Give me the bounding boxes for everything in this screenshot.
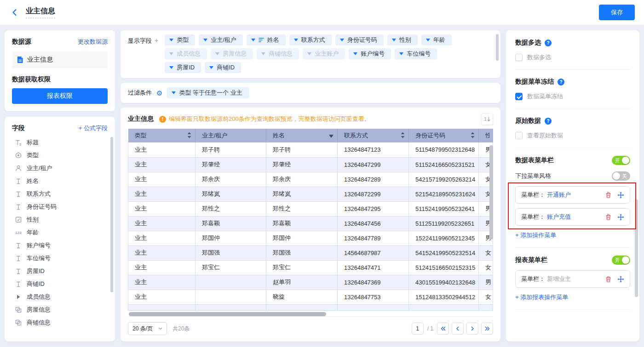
display-field-chip[interactable]: 车位编号	[395, 48, 437, 59]
first-page-button[interactable]	[437, 323, 449, 335]
move-icon[interactable]	[617, 276, 624, 283]
page-size-select[interactable]: 20 条/页	[128, 322, 167, 335]
trash-icon[interactable]	[605, 276, 612, 283]
table-row[interactable]: 业主赵单羽13264847369430155199402132648男	[128, 275, 493, 290]
display-field-chip[interactable]: 业主账户	[303, 48, 345, 59]
page-number-input[interactable]: 1	[412, 323, 424, 335]
table-row[interactable]: 业主郑宝仁郑宝仁13264847471512415166502152315女	[128, 260, 493, 275]
table-row[interactable]: 业主郑性之郑性之13264847295511524199505232641男	[128, 201, 493, 216]
table-row[interactable]: 业主郑嘉颖郑嘉颖13264847456511251199205232651男	[128, 216, 493, 231]
display-field-chip[interactable]: 业主/租户	[199, 34, 243, 46]
help-icon[interactable]: ?	[545, 40, 552, 46]
field-item[interactable]: 商铺ID	[12, 278, 108, 290]
table-horizontal-scrollbar[interactable]	[129, 312, 326, 316]
table-row[interactable]: 业主晓旋13264847753151248133502944512女	[128, 290, 493, 304]
table-row[interactable]: 业主郑肇经郑肇经13264847299511524166505231521女	[128, 157, 493, 172]
display-field-chip[interactable]: 类型	[165, 34, 195, 46]
display-field-chip[interactable]: 房屋信息	[211, 48, 253, 59]
column-header[interactable]: 性别	[479, 129, 493, 142]
column-header[interactable]: 姓名	[266, 129, 338, 142]
display-fields-scrollbar[interactable]	[496, 34, 499, 61]
display-field-chip[interactable]: 性别	[387, 34, 418, 46]
column-header[interactable]: 业主/租户	[196, 129, 266, 142]
field-item[interactable]: 类型	[12, 149, 108, 162]
display-field-chip[interactable]: 成员信息	[165, 48, 207, 59]
display-field-chip[interactable]: 联系方式	[289, 34, 332, 46]
divider	[515, 69, 630, 70]
menu-item[interactable]: 菜单栏：账户充值	[515, 208, 630, 226]
move-icon[interactable]	[617, 214, 624, 221]
table-vertical-scrollbar[interactable]	[489, 145, 493, 239]
field-item[interactable]: 商铺信息	[12, 316, 108, 329]
change-datasource-link[interactable]: 更改数据源	[78, 38, 108, 46]
move-icon[interactable]	[617, 192, 624, 199]
menu-item[interactable]: 菜单栏：新增业主	[515, 270, 630, 288]
display-field-chip[interactable]: 商铺信息	[257, 48, 299, 59]
table-row[interactable]: 业主郑余庆郑余庆13264847289542157199205263214女	[128, 172, 493, 187]
display-field-chip[interactable]: 年龄	[421, 34, 452, 46]
field-item[interactable]: 房屋ID	[12, 265, 108, 278]
multi-select-checkbox[interactable]	[515, 54, 523, 61]
help-icon[interactable]: ?	[545, 118, 552, 125]
column-header[interactable]: 联系方式	[338, 129, 409, 142]
report-permission-button[interactable]: 报表权限	[12, 88, 108, 104]
field-item[interactable]: 姓名	[12, 175, 108, 188]
last-page-button[interactable]	[481, 323, 493, 335]
display-field-chip[interactable]: 商铺ID	[205, 62, 241, 73]
double-chevron-right-icon	[485, 326, 490, 331]
toggle-knob	[622, 157, 629, 164]
menu-freeze-checkbox[interactable]	[515, 93, 523, 100]
left-sidebar: 数据源 更改数据源 业主信息 数据获取权限 报表权限 字段 + 公式字段 标题类…	[5, 30, 115, 341]
field-item[interactable]: 标题	[12, 136, 108, 149]
column-header[interactable]: 类型	[128, 129, 196, 142]
caret-right-icon	[15, 295, 22, 299]
field-item[interactable]: 性别	[12, 213, 108, 226]
column-header[interactable]: 身份证号码	[409, 129, 479, 142]
field-item[interactable]: 联系方式	[12, 188, 108, 200]
field-item[interactable]: 成员信息	[12, 290, 108, 303]
display-field-chip[interactable]: 身份证号码	[335, 34, 384, 46]
table-row[interactable]: 业主郑国强郑国强14564687987541524199505232514女	[128, 245, 493, 260]
trash-icon[interactable]	[605, 214, 612, 221]
field-item[interactable]: 账户编号	[12, 239, 108, 252]
gear-icon[interactable]: ⚙	[156, 90, 162, 97]
add-display-field-button[interactable]: +	[155, 37, 158, 73]
table-row[interactable]: 业主郑国仲郑国仲13264847789152241199605212345男	[128, 231, 493, 245]
column-header-label: 类型	[135, 131, 188, 140]
multi-select-checkbox-row[interactable]: 数据多选	[515, 53, 630, 62]
menu-freeze-checkbox-row[interactable]: 数据菜单冻结	[515, 92, 630, 101]
datasource-item[interactable]: 业主信息	[12, 51, 108, 68]
field-item[interactable]: 业主/租户	[12, 162, 108, 175]
sort-order-button[interactable]: 1	[481, 113, 493, 125]
prev-page-button[interactable]	[452, 323, 464, 335]
raw-data-checkbox[interactable]	[515, 132, 523, 139]
table-horizontal-scrollbar-track	[128, 312, 493, 316]
raw-data-checkbox-row[interactable]: 查看原始数据	[515, 131, 630, 140]
add-report-menu-link[interactable]: + 添加报表操作菜单	[515, 293, 568, 301]
back-button[interactable]	[9, 7, 20, 18]
menu-item-actions	[605, 214, 624, 221]
menu-item[interactable]: 菜单栏：开通账户	[515, 186, 630, 204]
table-row[interactable]: 业主郑绪岚郑绪岚13264872299521542189505231624女	[128, 187, 493, 201]
dropdown-style-toggle[interactable]: 关	[612, 171, 630, 181]
report-menu-toggle[interactable]: 开	[612, 256, 630, 265]
add-action-menu-link[interactable]: + 添加操作菜单	[515, 231, 556, 239]
fields-scrollbar[interactable]	[110, 137, 113, 292]
table-menu-toggle[interactable]: 开	[612, 156, 630, 165]
display-field-chip[interactable]: 姓名	[247, 34, 286, 46]
next-page-button[interactable]	[466, 323, 478, 335]
display-field-chip[interactable]: 账户编号	[349, 48, 391, 59]
help-icon[interactable]: ?	[558, 79, 564, 85]
field-item[interactable]: 身份证号码	[12, 200, 108, 213]
field-item[interactable]: 123年龄	[12, 226, 108, 239]
field-item-label: 类型	[27, 151, 39, 159]
field-item[interactable]: 车位编号	[12, 252, 108, 265]
field-item[interactable]: 房屋信息	[12, 303, 108, 316]
trash-icon[interactable]	[605, 192, 612, 199]
display-field-chip[interactable]: 房屋ID	[165, 62, 201, 73]
formula-field-link[interactable]: + 公式字段	[79, 124, 108, 132]
settings-scrollbar[interactable]	[635, 199, 638, 297]
table-row[interactable]: 业主郑子聘郑子聘13264847123511548799502312648男	[128, 142, 493, 157]
save-button[interactable]: 保存	[599, 5, 635, 20]
filter-condition-chip[interactable]: 类型 等于任意一个 业主	[167, 87, 248, 98]
